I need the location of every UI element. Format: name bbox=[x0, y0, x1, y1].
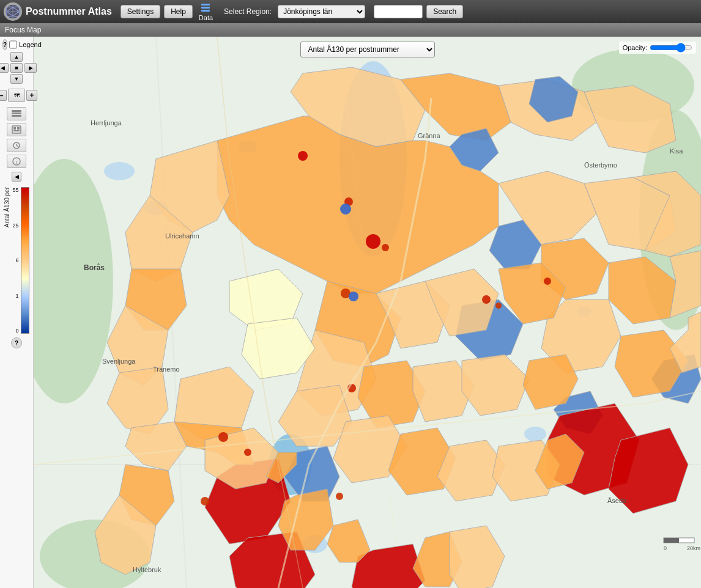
side-toggle: ◀ bbox=[11, 171, 22, 182]
svg-rect-9 bbox=[12, 112, 21, 114]
svg-text:Åseda: Åseda bbox=[607, 497, 627, 504]
main-content: ? Legend ▲ ◀ ■ ▶ ▼ – 🗺 + bbox=[0, 37, 701, 588]
svg-point-109 bbox=[349, 292, 358, 301]
svg-rect-13 bbox=[17, 127, 20, 130]
search-button[interactable]: Search bbox=[426, 5, 463, 18]
icon-btn-3[interactable] bbox=[7, 139, 26, 152]
scale-labels: 55 25 6 1 0 bbox=[12, 187, 18, 334]
nav-down-button[interactable]: ▼ bbox=[10, 74, 23, 84]
scale-bar bbox=[21, 187, 29, 334]
legend-checkbox[interactable] bbox=[9, 40, 17, 49]
svg-point-108 bbox=[340, 204, 351, 215]
svg-text:Tranemo: Tranemo bbox=[153, 366, 180, 373]
svg-text:20km: 20km bbox=[687, 545, 700, 551]
svg-point-95 bbox=[298, 151, 308, 161]
svg-text:Kisa: Kisa bbox=[670, 147, 683, 155]
svg-text:i: i bbox=[16, 159, 17, 165]
app-title: Postnummer Atlas bbox=[26, 6, 112, 17]
data-button[interactable]: Data bbox=[199, 2, 213, 21]
svg-point-101 bbox=[218, 432, 228, 442]
map-layer-select[interactable]: Antal Å130 per postnummer Antal per capi… bbox=[300, 42, 435, 57]
info-button[interactable]: ? bbox=[2, 39, 7, 50]
settings-button[interactable]: Settings bbox=[121, 5, 160, 18]
svg-text:0: 0 bbox=[664, 545, 667, 551]
focus-bar: Focus Map bbox=[0, 23, 701, 37]
help-button[interactable]: Help bbox=[164, 5, 193, 18]
svg-text:Herrljunga: Herrljunga bbox=[91, 119, 122, 127]
svg-point-107 bbox=[336, 493, 343, 500]
map-svg[interactable]: Herrljunga Ulricehamn Borås Tranemo Sven… bbox=[34, 37, 701, 588]
zoom-section: – 🗺 + bbox=[0, 88, 37, 103]
nav-controls: ▲ ◀ ■ ▶ ▼ bbox=[0, 51, 37, 84]
svg-text:Gränna: Gränna bbox=[418, 132, 441, 139]
scale-value-6: 6 bbox=[12, 257, 18, 263]
nav-left-button[interactable]: ◀ bbox=[0, 63, 9, 73]
map-dropdown: Antal Å130 per postnummer Antal per capi… bbox=[300, 42, 435, 57]
sidebar: ? Legend ▲ ◀ ■ ▶ ▼ – 🗺 + bbox=[0, 37, 34, 588]
scale-value-25: 25 bbox=[12, 222, 18, 229]
opacity-label: Opacity: bbox=[623, 44, 647, 51]
opacity-control: Opacity: bbox=[619, 42, 696, 54]
svg-rect-10 bbox=[12, 115, 21, 117]
legend-row: ? Legend bbox=[1, 39, 32, 50]
svg-point-102 bbox=[244, 449, 251, 456]
scale-value-1: 1 bbox=[12, 293, 18, 299]
svg-point-28 bbox=[524, 427, 546, 441]
data-label: Data bbox=[199, 14, 213, 21]
svg-text:Österbymo: Österbymo bbox=[584, 161, 617, 169]
nav-up-button[interactable]: ▲ bbox=[10, 52, 23, 62]
scale-vertical-label: Antal Å130 per bbox=[4, 187, 10, 227]
focus-bar-label: Focus Map bbox=[5, 26, 41, 34]
scale-value-55: 55 bbox=[12, 187, 18, 193]
app-logo bbox=[4, 2, 22, 21]
scale-value-0: 0 bbox=[12, 328, 18, 334]
zoom-row: – 🗺 + bbox=[0, 88, 37, 103]
zoom-out-button[interactable]: – bbox=[0, 90, 7, 101]
svg-text:Borås: Borås bbox=[84, 263, 105, 272]
layer-icon-btn[interactable]: 🗺 bbox=[8, 89, 25, 102]
svg-rect-7 bbox=[201, 10, 210, 12]
search-input[interactable] bbox=[374, 5, 423, 18]
toolbar: Postnummer Atlas Settings Help Data Sele… bbox=[0, 0, 701, 23]
nav-right-button[interactable]: ▶ bbox=[24, 63, 37, 73]
scale-container: Antal Å130 per 55 25 6 1 0 bbox=[1, 187, 32, 334]
svg-rect-5 bbox=[201, 4, 210, 6]
svg-point-31 bbox=[104, 162, 135, 180]
icon-btn-2[interactable] bbox=[7, 123, 26, 136]
nav-center-button[interactable]: ■ bbox=[10, 63, 23, 73]
nav-row: ◀ ■ ▶ bbox=[0, 62, 37, 73]
svg-text:Hyltebruk: Hyltebruk bbox=[133, 566, 161, 573]
svg-rect-8 bbox=[12, 110, 21, 112]
svg-rect-123 bbox=[664, 538, 679, 543]
svg-text:Svenljunga: Svenljunga bbox=[102, 358, 136, 365]
svg-rect-12 bbox=[13, 127, 16, 130]
help-button-bottom[interactable]: ? bbox=[11, 337, 22, 348]
collapse-left-button[interactable]: ◀ bbox=[12, 172, 21, 182]
legend-label: Legend bbox=[19, 41, 42, 48]
svg-point-97 bbox=[366, 234, 380, 249]
opacity-slider[interactable] bbox=[650, 43, 692, 53]
svg-point-98 bbox=[382, 244, 389, 251]
map-container[interactable]: Antal Å130 per postnummer Antal per capi… bbox=[34, 37, 701, 588]
svg-text:Ulricehamn: Ulricehamn bbox=[165, 232, 199, 240]
icon-btn-1[interactable] bbox=[7, 107, 26, 120]
scale-bar-wrap: 55 25 6 1 0 bbox=[12, 187, 18, 334]
select-region-label: Select Region: bbox=[224, 7, 272, 16]
svg-point-105 bbox=[495, 303, 502, 309]
svg-rect-14 bbox=[13, 130, 20, 131]
svg-line-17 bbox=[17, 145, 18, 147]
region-select[interactable]: Jönköpings län Stockholms län Västra Göt… bbox=[278, 5, 365, 18]
svg-point-104 bbox=[482, 295, 491, 304]
zoom-in-button[interactable]: + bbox=[26, 90, 37, 101]
svg-point-106 bbox=[544, 277, 551, 285]
svg-rect-6 bbox=[201, 7, 210, 9]
icon-btn-info[interactable]: i bbox=[7, 155, 26, 168]
svg-point-103 bbox=[201, 497, 209, 505]
